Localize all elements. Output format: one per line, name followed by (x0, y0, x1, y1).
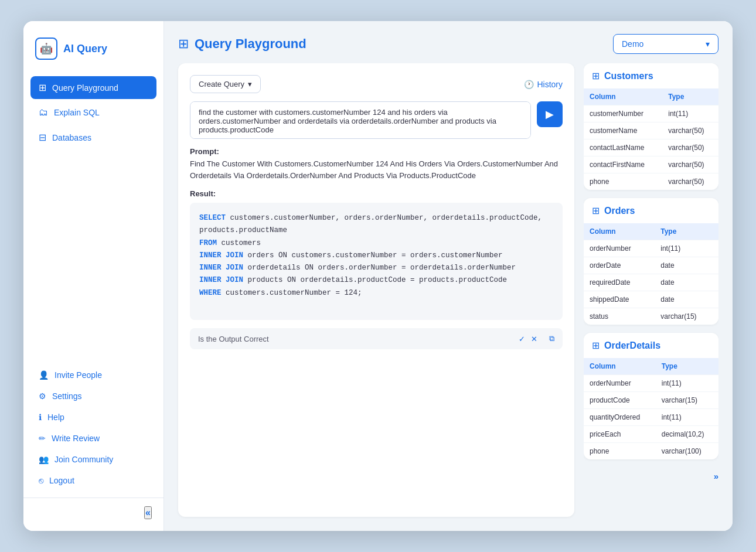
sidebar-item-settings[interactable]: ⚙ Settings (30, 386, 156, 406)
feedback-actions: ✓ ✕ ⧉ (519, 334, 554, 343)
run-button[interactable]: ▶ (537, 101, 563, 127)
feedback-bar: Is the Output Correct ✓ ✕ ⧉ (190, 328, 563, 349)
table-row: statusvarchar(15) (584, 308, 718, 325)
feedback-check-icon[interactable]: ✓ (519, 335, 525, 343)
table-row: quantityOrderedint(11) (584, 409, 718, 426)
table-row: requiredDatedate (584, 274, 718, 291)
prompt-section: Prompt: Find The Customer With Customers… (190, 147, 563, 181)
sidebar-item-label: Explain SQL (54, 108, 100, 117)
col-name: productCode (584, 392, 656, 409)
feedback-label: Is the Output Correct (198, 335, 269, 343)
sidebar-item-explain-sql[interactable]: 🗂 Explain SQL (30, 101, 156, 124)
col-name: phone (584, 173, 662, 190)
table-row: contactFirstNamevarchar(50) (584, 156, 718, 173)
col-type: date (655, 257, 718, 274)
invite-label: Invite People (55, 370, 102, 380)
right-panel-next-button[interactable]: » (714, 471, 718, 481)
col-type: int(11) (656, 375, 718, 392)
col-header-column: Column (584, 88, 662, 105)
query-input-row: find the customer with customers.custome… (190, 101, 563, 139)
orders-table-icon: ⊞ (592, 205, 600, 216)
top-bar: ⊞ Query Playground Demo ▾ (164, 21, 733, 63)
customers-title: Customers (604, 71, 653, 81)
col-type: decimal(10,2) (656, 426, 718, 443)
col-header-column: Column (584, 358, 656, 375)
table-row: phonevarchar(100) (584, 443, 718, 460)
col-header-type: Type (655, 223, 718, 240)
col-type: varchar(15) (655, 308, 718, 325)
database-icon: ⊟ (39, 132, 46, 143)
history-button[interactable]: 🕐 History (524, 80, 563, 89)
table-row: productCodevarchar(15) (584, 392, 718, 409)
grid-icon: ⊞ (39, 82, 46, 93)
sidebar-item-invite-people[interactable]: 👤 Invite People (30, 365, 156, 385)
col-name: orderNumber (584, 375, 656, 392)
result-section: Result: SELECT customers.customerNumber,… (190, 189, 563, 320)
sql-line-1: SELECT customers.customerNumber, orders.… (199, 212, 553, 237)
copy-icon[interactable]: ⧉ (549, 334, 554, 343)
col-header-type: Type (656, 358, 718, 375)
sidebar-item-label: Query Playground (52, 83, 118, 93)
col-name: phone (584, 443, 656, 460)
query-panel: Create Query ▾ 🕐 History find the custom… (178, 63, 574, 517)
result-label: Result: (190, 189, 563, 198)
col-type: varchar(50) (662, 173, 718, 190)
col-name: orderDate (584, 257, 655, 274)
sql-line-5: INNER JOIN products ON orderdetails.prod… (199, 274, 553, 287)
sql-line-4: INNER JOIN orderdetails ON orders.orderN… (199, 262, 553, 274)
main-content: ⊞ Query Playground Demo ▾ Create Query ▾ (164, 21, 733, 531)
page-title-icon: ⊞ (178, 36, 189, 52)
col-type: date (655, 274, 718, 291)
sidebar-item-query-playground[interactable]: ⊞ Query Playground (30, 76, 156, 99)
col-type: varchar(100) (656, 443, 718, 460)
col-type: varchar(15) (656, 392, 718, 409)
table-row: orderNumberint(11) (584, 375, 718, 392)
col-name: requiredDate (584, 274, 655, 291)
col-name: priceEach (584, 426, 656, 443)
sidebar-item-join-community[interactable]: 👥 Join Community (30, 449, 156, 469)
demo-label: Demo (622, 39, 643, 49)
query-input[interactable]: find the customer with customers.custome… (190, 101, 531, 139)
col-type: int(11) (656, 409, 718, 426)
page-title-row: ⊞ Query Playground (178, 36, 307, 52)
feedback-cross-icon[interactable]: ✕ (531, 335, 537, 343)
orderdetails-table: Column Type orderNumberint(11) productCo… (584, 358, 718, 459)
orderdetails-table-icon: ⊞ (592, 340, 600, 351)
table-row: contactLastNamevarchar(50) (584, 139, 718, 156)
settings-label: Settings (52, 391, 82, 401)
sidebar-item-label: Databases (52, 133, 91, 142)
create-query-button[interactable]: Create Query ▾ (190, 75, 261, 93)
sidebar-item-logout[interactable]: ⎋ Logout (30, 471, 156, 490)
col-name: contactLastName (584, 139, 662, 156)
demo-dropdown[interactable]: Demo ▾ (613, 34, 718, 54)
logout-label: Logout (49, 476, 74, 485)
col-name: contactFirstName (584, 156, 662, 173)
orders-header: ⊞ Orders (584, 198, 718, 223)
explain-icon: 🗂 (39, 107, 48, 118)
logout-icon: ⎋ (39, 476, 43, 485)
prompt-text: Find The Customer With Customers.Custome… (190, 158, 563, 181)
sql-line-3: INNER JOIN orders ON customers.customerN… (199, 250, 553, 262)
orderdetails-title: OrderDetails (604, 340, 660, 351)
create-query-chevron: ▾ (248, 80, 252, 88)
review-label: Write Review (52, 434, 100, 443)
col-header-type: Type (662, 88, 718, 105)
table-row: phonevarchar(50) (584, 173, 718, 190)
sidebar-item-databases[interactable]: ⊟ Databases (30, 126, 156, 149)
collapse-button[interactable]: « (144, 506, 152, 519)
right-panel: ⊞ Customers Column Type customerNumberin… (584, 63, 718, 517)
table-row: shippedDatedate (584, 291, 718, 308)
table-row: orderNumberint(11) (584, 240, 718, 257)
sidebar-item-write-review[interactable]: ✏ Write Review (30, 428, 156, 448)
orderdetails-header: ⊞ OrderDetails (584, 333, 718, 358)
sidebar-nav: ⊞ Query Playground 🗂 Explain SQL ⊟ Datab… (23, 76, 164, 365)
run-icon: ▶ (546, 108, 554, 121)
col-name: status (584, 308, 655, 325)
table-row: customerNamevarchar(50) (584, 122, 718, 139)
query-toolbar: Create Query ▾ 🕐 History (190, 75, 563, 93)
sidebar-item-help[interactable]: ℹ Help (30, 407, 156, 427)
review-icon: ✏ (39, 434, 46, 443)
col-name: quantityOrdered (584, 409, 656, 426)
help-icon: ℹ (39, 413, 42, 422)
col-type: int(11) (655, 240, 718, 257)
